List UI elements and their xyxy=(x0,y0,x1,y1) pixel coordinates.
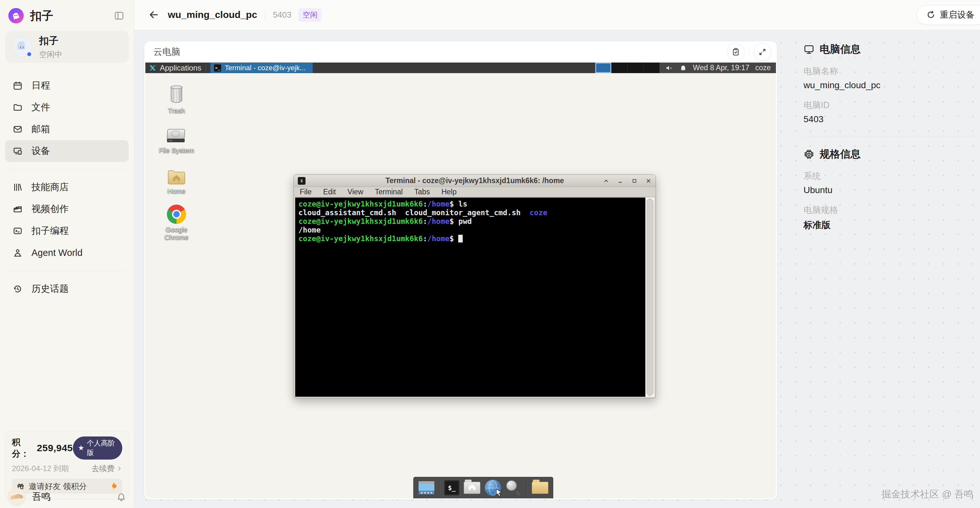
terminal-scrollbar[interactable] xyxy=(645,198,654,397)
sidebar-item-mail[interactable]: 邮箱 xyxy=(5,118,129,140)
device-name-title: wu_ming_cloud_pc xyxy=(168,9,257,20)
watermark: 掘金技术社区 @ 吾鸣 xyxy=(881,488,974,501)
main-content: 云电脑 Applications >_ xyxy=(134,30,980,508)
shade-window-icon[interactable] xyxy=(603,178,609,184)
terminal-screen[interactable]: coze@iv-yejkwy1khsxjd1umk6k6:/home$ ls c… xyxy=(295,198,645,397)
taskbar-terminal-task[interactable]: >_ Terminal - coze@iv-yejk... xyxy=(210,62,313,73)
fullscreen-button[interactable] xyxy=(754,43,771,60)
star-icon: ★ xyxy=(78,444,84,452)
taskbar-clock[interactable]: Wed 8 Apr, 19:17 xyxy=(693,64,749,72)
menu-view[interactable]: View xyxy=(347,187,363,196)
sidebar-item-coze-coding[interactable]: 扣子编程 xyxy=(5,220,129,242)
dock-terminal-icon[interactable]: $_ xyxy=(444,480,459,495)
bell-status-icon[interactable] xyxy=(679,64,687,72)
terminal-title: Terminal - coze@iv-yejkwy1khsxjd1umk6k6:… xyxy=(294,176,655,185)
sidebar-header: 扣子 xyxy=(8,6,126,25)
show-desktop-icon[interactable] xyxy=(418,481,435,495)
sidebar-collapse-icon[interactable] xyxy=(113,9,126,22)
computer-id-label: 电脑ID xyxy=(803,99,978,111)
menu-help[interactable]: Help xyxy=(442,187,457,196)
workspace-2[interactable] xyxy=(611,62,627,73)
menu-edit[interactable]: Edit xyxy=(323,187,336,196)
restart-device-button[interactable]: 重启设备 xyxy=(916,5,980,24)
menu-divider xyxy=(8,169,126,169)
desktop-icon-label: Google Chrome xyxy=(161,226,192,241)
points-value: 259,945 xyxy=(37,443,73,454)
sidebar-item-video-creation[interactable]: 视频创作 xyxy=(5,198,129,220)
sidebar-item-agent-world[interactable]: Agent World xyxy=(5,242,129,264)
menu-terminal[interactable]: Terminal xyxy=(375,187,403,196)
terminal-menubar: File Edit View Terminal Tabs Help xyxy=(294,187,655,197)
desktop-icon-home[interactable]: Home xyxy=(156,167,197,195)
terminal-titlebar[interactable]: $ Terminal - coze@iv-yejkwy1khsxjd1umk6k… xyxy=(294,175,655,187)
workspace-3[interactable] xyxy=(627,62,643,73)
dock-web-browser-icon[interactable] xyxy=(485,480,501,496)
taskbar-spacer xyxy=(313,62,595,73)
assistant-name: 扣子 xyxy=(39,34,62,48)
sidebar-item-label: 视频创作 xyxy=(32,203,69,216)
device-info-panel: 电脑信息 电脑名称 wu_ming_cloud_pc 电脑ID 5403 规格信… xyxy=(803,42,978,231)
sidebar-item-schedule[interactable]: 日程 xyxy=(5,75,129,97)
dock-separator xyxy=(439,480,440,495)
menu-file[interactable]: File xyxy=(300,187,312,196)
terminal-line: cloud_assistant_cmd.sh cloud_monitor_age… xyxy=(298,208,645,217)
sidebar-item-label: 设备 xyxy=(32,144,50,157)
desktop-icon-file-system[interactable]: File System xyxy=(156,127,197,154)
volume-icon[interactable] xyxy=(665,64,673,72)
cpu-chip-icon xyxy=(803,149,815,160)
computer-info-title: 电脑信息 xyxy=(819,42,861,56)
points-label: 积分： xyxy=(12,437,35,460)
sidebar: 扣子 扣子 空闲中 日程 文件 邮箱 设备 xyxy=(0,0,134,508)
applications-menu-button[interactable]: Applications xyxy=(145,62,205,73)
sidebar-item-devices[interactable]: 设备 xyxy=(5,140,129,162)
sidebar-item-skill-store[interactable]: 技能商店 xyxy=(5,176,129,198)
dock-file-manager-icon[interactable] xyxy=(464,482,480,494)
workspace-1[interactable] xyxy=(595,62,611,73)
renew-link[interactable]: 去续费 xyxy=(91,464,122,474)
maximize-window-icon[interactable] xyxy=(631,178,638,184)
sidebar-menu: 日程 文件 邮箱 设备 技能商店 视频创作 扣子编程 Agent W xyxy=(5,75,129,300)
remote-desktop-viewport[interactable]: Applications >_ Terminal - coze@iv-yejk.… xyxy=(145,62,776,498)
minimize-window-icon[interactable] xyxy=(617,178,624,184)
dock-search-icon[interactable] xyxy=(505,479,522,496)
user-name: 吾鸣 xyxy=(32,491,51,503)
computer-id-value: 5403 xyxy=(803,114,978,124)
computer-name-label: 电脑名称 xyxy=(803,65,978,77)
terminal-prompt-line: coze@iv-yejkwy1khsxjd1umk6k6:/home$ xyxy=(298,235,645,243)
sidebar-item-label: 扣子编程 xyxy=(32,224,69,237)
xfce-taskbar: Applications >_ Terminal - coze@iv-yejk.… xyxy=(145,62,776,73)
cloud-pc-panel: 云电脑 Applications >_ xyxy=(144,41,777,500)
task-label: Terminal - coze@iv-yejk... xyxy=(224,64,305,72)
taskbar-session-user[interactable]: coze xyxy=(755,64,771,72)
desktop-icon-google-chrome[interactable]: Google Chrome xyxy=(156,205,197,241)
sidebar-item-label: Agent World xyxy=(32,248,83,258)
trash-can-icon xyxy=(166,84,187,105)
scrollbar-thumb[interactable] xyxy=(647,198,653,396)
back-button[interactable] xyxy=(146,8,161,22)
os-label: 系统 xyxy=(803,170,978,182)
terminal-cursor xyxy=(458,235,463,243)
user-profile-row[interactable]: 吾鸣 xyxy=(8,487,126,506)
desktop-icon-trash[interactable]: Trash xyxy=(156,84,197,114)
os-value: Ubuntu xyxy=(803,185,978,195)
sidebar-item-history-topics[interactable]: 历史话题 xyxy=(5,278,129,300)
clipboard-check-button[interactable] xyxy=(727,43,745,60)
menu-tabs[interactable]: Tabs xyxy=(414,187,430,196)
workspace-switcher[interactable] xyxy=(595,62,659,73)
notification-bell-icon[interactable] xyxy=(116,492,126,502)
chrome-icon xyxy=(167,205,186,224)
assistant-card[interactable]: 扣子 空闲中 xyxy=(5,31,129,63)
sidebar-item-label: 日程 xyxy=(32,79,50,92)
home-folder-icon xyxy=(166,167,187,186)
cursor-arrow-icon xyxy=(495,488,503,498)
assistant-avatar xyxy=(11,37,32,57)
monitor-icon xyxy=(803,44,815,55)
close-window-icon[interactable] xyxy=(645,178,652,184)
device-id: 5403 xyxy=(273,10,291,20)
terminal-window[interactable]: $ Terminal - coze@iv-yejkwy1khsxjd1umk6k… xyxy=(294,175,656,398)
sidebar-item-label: 文件 xyxy=(32,101,50,114)
sidebar-item-files[interactable]: 文件 xyxy=(5,97,129,118)
topbar: wu_ming_cloud_pc 5403 空闲 重启设备 xyxy=(134,0,980,30)
dock-folder-icon[interactable] xyxy=(532,482,549,494)
workspace-4[interactable] xyxy=(643,62,659,73)
